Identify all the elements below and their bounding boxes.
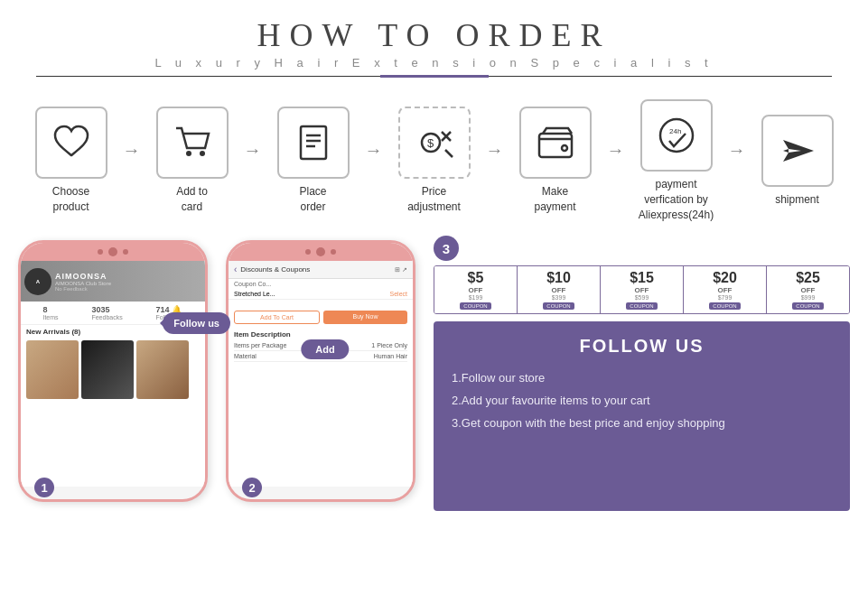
divider-line-left [36, 76, 380, 77]
step-icon-cart [156, 107, 229, 179]
no-feedback: No Feedback [55, 286, 111, 292]
arrow-5: → [607, 140, 625, 182]
svg-text:$: $ [427, 136, 434, 150]
cart-buy-row: Add To Cart Buy Now [229, 307, 413, 328]
svg-line-10 [445, 150, 453, 157]
step-icon-clock-check: 24h [640, 99, 713, 172]
discount-coupons-header: ‹ Discounts & Coupons ⊞ ↗ [229, 261, 413, 279]
divider [36, 75, 832, 78]
svg-point-1 [200, 151, 205, 156]
back-arrow-icon: ‹ [234, 265, 237, 274]
step-shipment: shipment [748, 115, 847, 208]
phone1-wrapper: A AIMOONSA AIMOONSA Club Store No Feedba… [18, 240, 217, 506]
follow-point-2: 2.Add your favourite items to your cart [452, 390, 832, 413]
step-label-verification: paymentverfication byAliexpress(24h) [639, 177, 714, 222]
step-icon-heart [35, 107, 107, 179]
divider-accent [380, 75, 489, 78]
stretched-label: Stretched Le... [234, 291, 275, 297]
svg-point-12 [562, 145, 567, 151]
phone2-camera [316, 247, 325, 256]
divider-line-right [489, 76, 833, 77]
phone1-dot2 [123, 249, 128, 255]
buy-now-btn[interactable]: Buy Now [323, 311, 407, 324]
coupon-label: Coupon Co... [229, 279, 413, 289]
step-payment-verification: 24h paymentverfication byAliexpress(24h) [627, 99, 726, 222]
thumb-3 [136, 340, 189, 399]
section-title: Discounts & Coupons [240, 265, 310, 274]
phone1-camera [108, 247, 117, 256]
step-choose-product: Chooseproduct [22, 107, 121, 215]
store-name-block: AIMOONSA AIMOONSA Club Store No Feedback [55, 272, 111, 292]
store-subname: AIMOONSA Club Store [55, 281, 111, 286]
follow-us-bubble[interactable]: Follow us [163, 312, 230, 334]
step-icon-wallet [519, 107, 592, 179]
product-thumbnails [21, 339, 205, 401]
stat-items: 8Items [42, 305, 58, 320]
svg-text:24h: 24h [669, 127, 681, 135]
arrow-1: → [123, 140, 141, 182]
step-label-card: Add tocard [176, 184, 208, 215]
add-btn-wrapper: Add [301, 339, 349, 359]
coupon-item-2[interactable]: $10 OFF $399 COUPON [518, 266, 601, 313]
stretched-row: Stretched Le... Select [229, 289, 413, 300]
phone1-screen: A AIMOONSA AIMOONSA Club Store No Feedba… [21, 261, 205, 487]
step-icon-dollar-scissors: $ [398, 107, 471, 179]
desc-key-2: Material [234, 353, 257, 359]
right-panel: 3 $5 OFF $199 COUPON $10 OFF $399 COUPON… [434, 240, 850, 511]
phone1-dot [98, 249, 103, 255]
follow-point-3: 3.Get coupon with the best price and enj… [452, 413, 832, 435]
add-to-cart-btn[interactable]: Add To Cart [234, 311, 320, 324]
store-brand: AIMOONSA [55, 272, 111, 281]
phone2-dot2 [331, 249, 336, 255]
coupon-item-1[interactable]: $5 OFF $199 COUPON [434, 266, 518, 313]
thumb-2 [81, 340, 134, 399]
step-label-shipment: shipment [775, 192, 819, 208]
coupon-item-4[interactable]: $20 OFF $799 COUPON [684, 266, 767, 313]
bottom-section: A AIMOONSA AIMOONSA Club Store No Feedba… [0, 231, 868, 511]
phone2-notch [229, 243, 413, 261]
phone2-dot [305, 249, 311, 255]
coupon-strip: $5 OFF $199 COUPON $10 OFF $399 COUPON $… [434, 265, 850, 314]
step-place-order: Placeorder [264, 107, 363, 215]
svg-point-13 [660, 119, 693, 152]
coupon-item-3[interactable]: $15 OFF $599 COUPON [601, 266, 684, 313]
phone2-screen: ‹ Discounts & Coupons ⊞ ↗ Coupon Co... S… [229, 261, 413, 487]
desc-val-1: 1 Piece Only [371, 342, 407, 348]
svg-point-0 [186, 151, 191, 156]
thumb-1 [26, 340, 79, 399]
arrow-3: → [365, 140, 383, 182]
step3-badge: 3 [434, 236, 459, 261]
arrow-6: → [728, 140, 746, 182]
add-btn[interactable]: Add [301, 339, 349, 359]
item-desc-title: Item Description [234, 330, 407, 339]
store-avatar: A [24, 268, 51, 295]
step-price-adjustment: $ Priceadjustment [385, 107, 484, 215]
follow-item-1: 1.Follow our store2.Add your favourite i… [452, 367, 832, 434]
phone1-notch [21, 243, 205, 261]
icons-right: ⊞ ↗ [395, 266, 407, 274]
phone2-wrapper: ‹ Discounts & Coupons ⊞ ↗ Coupon Co... S… [226, 240, 425, 506]
step-label-payment: Makepayment [534, 184, 575, 215]
desc-val-2: Human Hair [374, 353, 407, 359]
phone1-mockup: A AIMOONSA AIMOONSA Club Store No Feedba… [18, 240, 208, 502]
desc-key-1: Items per Package [234, 342, 286, 348]
store-header: A AIMOONSA AIMOONSA Club Store No Feedba… [21, 261, 205, 302]
follow-point-1: 1.Follow our store [452, 367, 832, 390]
coupon-item-5[interactable]: $25 OFF $999 COUPON [767, 266, 849, 313]
step-icon-list [277, 107, 350, 179]
follow-info-box: FOLLOW US 1.Follow our store2.Add your f… [434, 321, 850, 511]
step-add-to-card: Add tocard [143, 107, 242, 215]
step-label-choose: Chooseproduct [52, 184, 89, 215]
stat-feedbacks: 3035Feedbacks [91, 305, 122, 320]
page-header: HOW TO ORDER L u x u r y H a i r E x t e… [0, 0, 868, 83]
follow-info-title: FOLLOW US [452, 336, 832, 357]
page-title: HOW TO ORDER [0, 16, 868, 54]
svg-rect-2 [301, 126, 326, 159]
select-btn[interactable]: Select [390, 291, 407, 297]
step-make-payment: Makepayment [506, 107, 605, 215]
phone2-mockup: ‹ Discounts & Coupons ⊞ ↗ Coupon Co... S… [226, 240, 415, 502]
steps-row: Chooseproduct → Add tocard → Placeorder … [0, 83, 868, 231]
arrow-4: → [486, 140, 504, 182]
step-label-order: Placeorder [299, 184, 326, 215]
arrow-2: → [244, 140, 262, 182]
